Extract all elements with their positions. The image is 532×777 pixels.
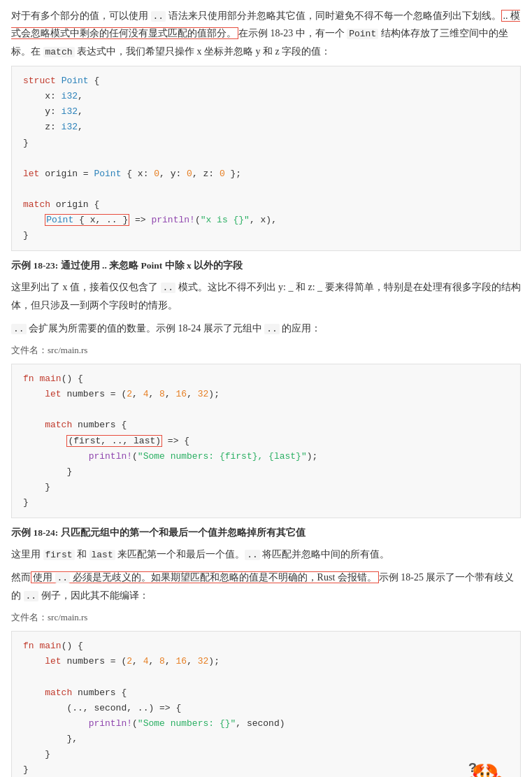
filename-2: 文件名：src/main.rs (11, 610, 521, 625)
para1: 这里列出了 x 值，接着仅仅包含了 .. 模式。这比不得不列出 y: _ 和 z… (11, 278, 521, 314)
filename-1: 文件名：src/main.rs (11, 343, 521, 358)
dotdot-code-6: .. (55, 573, 71, 583)
first-code: first (43, 550, 75, 560)
dotdot-code-2: .. (161, 283, 176, 293)
dotdot-code-3: .. (11, 324, 27, 334)
point-code: Point (347, 29, 378, 39)
code-block-2: fn main() { let numbers = (2, 4, 8, 16, … (11, 364, 521, 518)
highlight-2: 使用 .. 必须是无歧义的。如果期望匹配和忽略的值是不明确的，Rust 会报错。 (31, 571, 379, 583)
match-code: match (43, 47, 75, 57)
example-1-label: 示例 18-23: 通过使用 .. 来忽略 Point 中除 x 以外的字段 (11, 258, 521, 274)
example-2-label: 示例 18-24: 只匹配元组中的第一个和最后一个值并忽略掉所有其它值 (11, 525, 521, 541)
last-code: last (89, 550, 115, 560)
dotdot-code-4: .. (264, 324, 280, 334)
dotdot-code-7: .. (24, 591, 39, 601)
code-block-3: fn main() { let numbers = (2, 4, 8, 16, … (11, 631, 521, 777)
crab-icon: 🦀 (464, 752, 506, 777)
code-block-1: struct Point { x: i32, y: i32, z: i32, }… (11, 66, 521, 251)
dotdot-code-5: .. (245, 550, 260, 560)
page-content: 对于有多个部分的值，可以使用 .. 语法来只使用部分并忽略其它值，同时避免不得不… (11, 7, 521, 777)
highlight-1: .. 模式会忽略模式中剩余的任何没有显式匹配的值部分。 (11, 10, 520, 39)
para3: 这里用 first 和 last 来匹配第一个和最后一个值。.. 将匹配并忽略中… (11, 546, 521, 563)
dotdot-code: .. (151, 11, 166, 22)
intro-paragraph: 对于有多个部分的值，可以使用 .. 语法来只使用部分并忽略其它值，同时避免不得不… (11, 7, 521, 60)
para4: 然而使用 .. 必须是无歧义的。如果期望匹配和忽略的值是不明确的，Rust 会报… (11, 569, 521, 604)
para2: .. 会扩展为所需要的值的数量。示例 18-24 展示了元组中 .. 的应用： (11, 320, 521, 337)
